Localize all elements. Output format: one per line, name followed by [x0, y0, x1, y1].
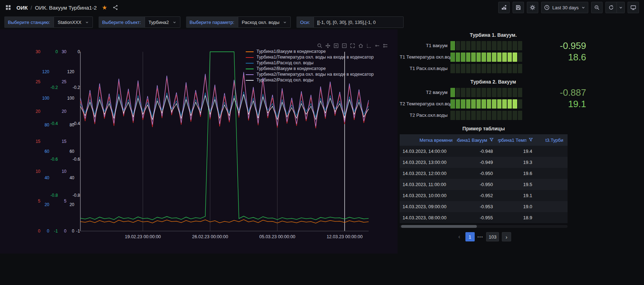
table-pagination: ‹ 1 ••• 103 ›: [400, 232, 568, 241]
cell-value: [537, 201, 568, 212]
gauge-cell: [508, 88, 512, 97]
cell-value: -0.955: [457, 212, 498, 223]
gauge-cell: [518, 64, 523, 73]
gauge-cell: [513, 111, 517, 120]
axis-tick-label: -0.8: [73, 193, 80, 198]
save-dashboard-button[interactable]: [513, 2, 524, 13]
gauge-value: 19.1: [523, 99, 587, 109]
toggle-spikelines-icon[interactable]: [365, 42, 373, 49]
time-range-picker[interactable]: Last 30 days: [541, 2, 588, 13]
cell-value: 19.5: [498, 179, 537, 190]
legend-item[interactable]: Турбина1/Расход охл. воды: [246, 61, 374, 65]
gauge-cell: [450, 88, 455, 97]
pagination-prev[interactable]: ‹: [456, 233, 463, 240]
apps-grid-icon[interactable]: [4, 3, 13, 12]
gauge-cell: [466, 88, 471, 97]
cell-timestamp: 14.03.2023, 09:00:00: [400, 201, 457, 212]
gauge-cell: [487, 41, 491, 50]
axis-tick-label: 10: [62, 169, 67, 174]
gauge-cell: [466, 52, 471, 62]
zoom-out-icon[interactable]: [341, 42, 348, 49]
gauge-cell: [466, 64, 471, 73]
breadcrumb-dashboard-title[interactable]: ОИК. Вакуум Турбина1-2: [35, 5, 97, 11]
pan-icon[interactable]: [324, 42, 331, 49]
filter-funnel-icon[interactable]: [489, 138, 494, 143]
table-header-3[interactable]: t2.Турбина1 Темп: [498, 134, 537, 146]
gauge-cell: [518, 41, 523, 50]
table-header-2[interactable]: Турбина1 Вакуум: [457, 134, 498, 146]
zoom-in-icon[interactable]: [333, 42, 340, 49]
table-panel: Пример таблицы Метка времениТурбина1 Вак…: [400, 126, 568, 241]
legend-item[interactable]: Турбина1/Температура охл. воды на входе …: [246, 55, 374, 60]
gauge-cell: [456, 111, 460, 120]
cell-value: [537, 146, 568, 157]
gauge-cell: [518, 99, 523, 109]
x-tick-label: 19.02.23 00:00:00: [125, 234, 161, 239]
cell-value: [537, 157, 568, 168]
zoom-out-time-button[interactable]: [591, 2, 603, 13]
gauge-cell: [492, 99, 496, 109]
table-header-1[interactable]: Метка времени: [400, 134, 457, 146]
favorite-star-icon[interactable]: ★: [102, 4, 107, 11]
axis-tick-label: -0.6: [73, 157, 80, 162]
hover-compare-icon[interactable]: [382, 42, 389, 49]
pagination-next[interactable]: ›: [502, 232, 511, 241]
axis-tick-label: 5: [64, 199, 66, 204]
autoscale-icon[interactable]: [349, 42, 356, 49]
axis-tick-label: 0: [38, 229, 40, 234]
axes-input[interactable]: [314, 16, 404, 28]
parameter-select[interactable]: Расход охл. воды: [238, 16, 291, 28]
table-row: 14.03.2023, 10:00:00-0.95219.1: [400, 190, 568, 201]
gauge-cell: [476, 99, 481, 109]
gauge-value: -0.959: [523, 41, 587, 50]
gauge-label: Т1 вакуум: [400, 43, 450, 48]
data-table: Метка времениТурбина1 Вакуумt2.Турбина1 …: [400, 134, 568, 223]
dashboard-settings-button[interactable]: [527, 2, 538, 13]
zoom-icon[interactable]: [316, 42, 323, 49]
top-navbar: ОИК / ОИК. Вакуум Турбина1-2 ★ Last 30 d…: [0, 0, 644, 15]
cycle-view-mode-button[interactable]: [628, 2, 639, 13]
refresh-button[interactable]: [605, 2, 617, 13]
gauge-cell: [481, 99, 486, 109]
axis-tick-label: 0: [55, 49, 58, 54]
legend-swatch: [246, 57, 254, 58]
gauge-cell: [476, 111, 481, 120]
legend-item[interactable]: Турбина1/Вакуум в конденсаторе: [246, 49, 374, 54]
axis-tick-label: 20: [62, 109, 67, 114]
gauge-cell: [497, 64, 502, 73]
station-select[interactable]: StationXXX: [54, 16, 93, 28]
gauge-cell: [487, 52, 491, 62]
table-header-4[interactable]: t3.Турби: [537, 134, 568, 146]
pagination-page-current[interactable]: 1: [465, 232, 475, 241]
axis-tick-label: -0.2: [50, 85, 58, 90]
gauge-lcd-bar: [450, 88, 523, 97]
table-row: 14.03.2023, 11:00:00-0.95019.5: [400, 179, 568, 190]
gauge-cell: [513, 64, 517, 73]
object-select[interactable]: Турбина2: [145, 16, 180, 28]
x-tick-label: 26.02.23 00:00:00: [192, 234, 228, 239]
hover-closest-icon[interactable]: [374, 42, 381, 49]
legend-item[interactable]: Турбина2/Вакуум в конденсаторе: [246, 66, 374, 71]
add-panel-button[interactable]: [498, 2, 510, 13]
filter-funnel-icon[interactable]: [529, 138, 533, 143]
gauge-cell: [487, 88, 491, 97]
refresh-interval-dropdown[interactable]: [617, 2, 625, 13]
gauge-cell: [461, 64, 465, 73]
cell-value: 19.3: [498, 157, 537, 168]
legend-item[interactable]: Турбина2/Расход охл. воды: [246, 78, 374, 82]
cell-value: -0.950: [457, 179, 498, 190]
axis-tick-label: 0: [64, 229, 66, 234]
breadcrumb-app[interactable]: ОИК: [16, 5, 28, 11]
pagination-page-last[interactable]: 103: [486, 232, 499, 241]
scrollbar-thumb[interactable]: [401, 225, 477, 228]
gauge-cell: [518, 52, 523, 62]
reset-axes-icon[interactable]: [357, 42, 364, 49]
legend-item[interactable]: Турбина2/Температура охл. воды на входе …: [246, 72, 374, 77]
gauge-cell: [476, 41, 481, 50]
panel-title: Пример таблицы: [400, 126, 568, 131]
breadcrumb: ОИК / ОИК. Вакуум Турбина1-2: [16, 5, 97, 11]
share-icon[interactable]: [111, 3, 120, 12]
gauge-lcd-bar: [450, 41, 523, 50]
axis-tick-label: 60: [70, 149, 75, 154]
gauge-cell: [497, 99, 502, 109]
